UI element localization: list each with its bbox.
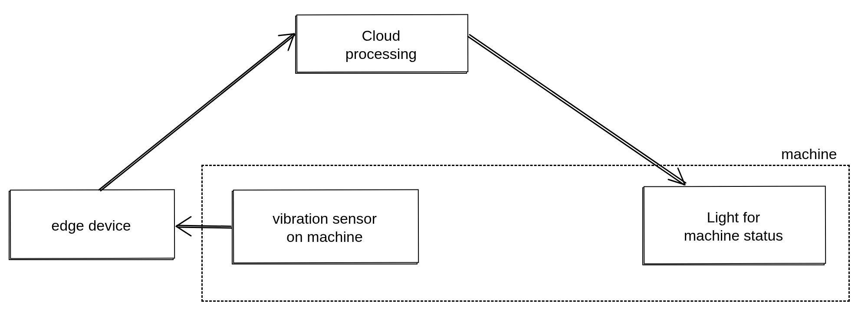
diagram-canvas: machine Cloud processing edge device vib… xyxy=(0,0,868,313)
node-edge-device: edge device xyxy=(9,191,174,260)
node-cloud-label: Cloud processing xyxy=(337,26,425,63)
node-edge-label: edge device xyxy=(43,216,139,235)
arrow-cloud-to-light xyxy=(468,35,686,185)
node-cloud-processing: Cloud processing xyxy=(295,16,467,74)
group-machine-label: machine xyxy=(781,146,837,163)
node-vibration-sensor: vibration sensor on machine xyxy=(232,191,418,264)
node-light-status: Light for machine status xyxy=(642,187,825,265)
node-light-label: Light for machine status xyxy=(675,208,792,245)
node-sensor-label: vibration sensor on machine xyxy=(264,209,385,246)
